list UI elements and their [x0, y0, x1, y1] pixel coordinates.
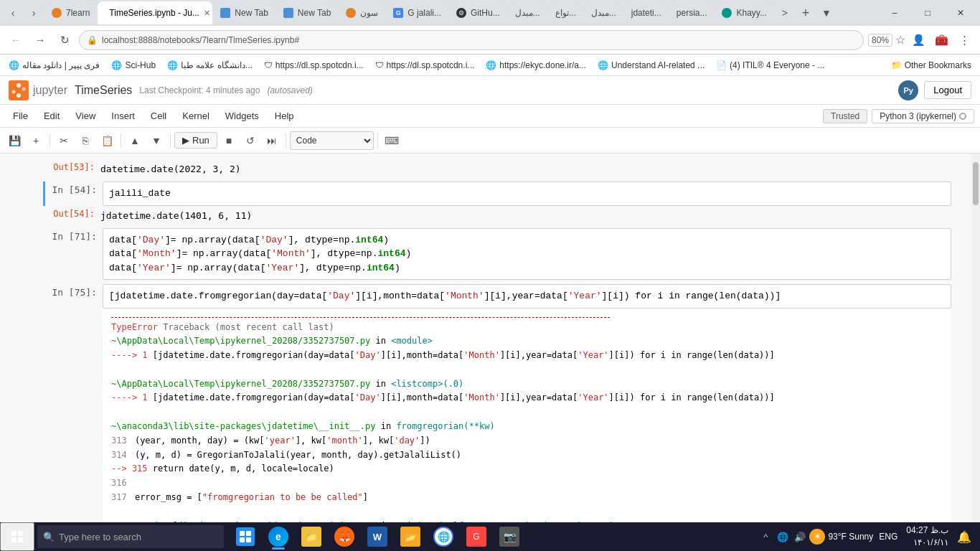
save-btn[interactable]: 💾	[4, 131, 24, 151]
bookmark-spotcdn2[interactable]: 🛡 https://dl.sp.spotcdn.i...	[372, 59, 478, 72]
cell-71-code[interactable]: data['Day']= np.array(data['Day'], dtype…	[103, 228, 951, 281]
taskbar-search-box[interactable]: 🔍 Type here to search	[37, 525, 224, 548]
menu-help[interactable]: Help	[268, 108, 301, 124]
win-minimize-btn[interactable]: –	[878, 0, 911, 26]
win-maximize-btn[interactable]: □	[911, 0, 944, 26]
copy-cell-btn[interactable]: ⎘	[75, 131, 95, 151]
cell-75[interactable]: In [75]: [jdatetime.date.fromgregorian(d…	[43, 284, 951, 529]
zoom-badge[interactable]: 80%	[868, 34, 892, 47]
bookmark-itil[interactable]: 📄 (4) ITIL® 4 Everyone - ...	[713, 59, 827, 72]
reload-btn[interactable]: ↻	[55, 30, 75, 50]
add-cell-btn[interactable]: +	[26, 131, 46, 151]
error-line-path1: ~\AppData\Local\Temp\ipykernel_20208/335…	[111, 334, 943, 349]
menu-cell[interactable]: Cell	[143, 108, 174, 124]
taskbar-app-taskview[interactable]	[230, 522, 261, 551]
cell-54-code[interactable]: jalili_date	[103, 182, 951, 206]
trusted-badge[interactable]: Trusted	[823, 109, 867, 123]
restart-run-btn[interactable]: ⏭	[262, 131, 282, 151]
taskbar-app-edge[interactable]: e	[263, 522, 294, 551]
bookmark-other[interactable]: 📁 Other Bookmarks	[888, 59, 974, 72]
tab-mabdal1[interactable]: مبدل...	[508, 1, 547, 24]
tab-newtab1[interactable]: New Tab	[213, 1, 275, 24]
cell-75-traceback: TypeError Traceback (most recent call la…	[103, 309, 951, 530]
paste-cell-btn[interactable]: 📋	[97, 131, 117, 151]
language-badge[interactable]: ENG	[876, 530, 900, 543]
tab-favicon-newtab2	[283, 8, 293, 18]
tab-persia[interactable]: persia...	[669, 1, 715, 24]
menu-view[interactable]: View	[68, 108, 103, 124]
tab-jalali[interactable]: G G jalali...	[386, 1, 448, 24]
win-close-btn[interactable]: ✕	[944, 0, 977, 26]
forward-btn[interactable]: →	[30, 30, 50, 50]
tab-github[interactable]: ⚙ GitHu...	[449, 1, 507, 24]
notebook-content[interactable]: Out[53]: datetime.date(2022, 3, 2) In [5…	[0, 154, 980, 529]
tab-back-btn[interactable]: ‹	[3, 3, 23, 23]
kernel-name: Python 3 (ipykernel)	[880, 111, 956, 121]
tab-7learn[interactable]: 7learn	[44, 1, 97, 24]
back-btn[interactable]: ←	[6, 30, 26, 50]
notification-btn[interactable]: 🔔	[954, 527, 974, 547]
clock-display[interactable]: 04:27 ب.ظ ۱۴۰۱/۶/۱۱	[903, 524, 951, 549]
run-btn[interactable]: ▶ Run	[174, 132, 217, 149]
taskbar-app-explorer[interactable]: 📁	[296, 522, 327, 551]
tab-newtab2[interactable]: New Tab	[276, 1, 338, 24]
bookmark-scihub[interactable]: 🌐 Sci-Hub	[108, 59, 159, 72]
move-down-btn[interactable]: ▼	[146, 131, 166, 151]
user-profile-btn[interactable]: 👤	[908, 30, 928, 50]
restart-btn[interactable]: ↺	[240, 131, 260, 151]
bookmark-spotcdn1[interactable]: 🛡 https://dl.sp.spotcdn.i...	[261, 59, 367, 72]
cell-type-select[interactable]: CodeMarkdownRaw NBConvertHeading	[290, 131, 374, 150]
menu-insert[interactable]: Insert	[104, 108, 142, 124]
notebook-scrollbar[interactable]	[971, 154, 980, 529]
extensions-btn[interactable]: 🧰	[931, 30, 951, 50]
interrupt-btn[interactable]: ■	[219, 131, 239, 151]
start-btn[interactable]	[0, 522, 34, 551]
taskbar-app-9[interactable]: 📷	[494, 522, 525, 551]
tabs-overflow-btn[interactable]: >	[775, 3, 795, 23]
keyboard-shortcuts-btn[interactable]: ⌨	[382, 131, 402, 151]
logout-btn[interactable]: Logout	[924, 81, 971, 99]
system-tray: ^ 🌐 🔊	[759, 530, 806, 543]
taskbar-app-firefox[interactable]: 🦊	[329, 522, 360, 551]
scrollbar-thumb[interactable]	[973, 162, 979, 205]
tab-timeseries[interactable]: TimeSeries.ipynb - Ju... ✕	[98, 1, 212, 24]
tab-jdatetime[interactable]: jdateti...	[624, 1, 669, 24]
new-tab-btn[interactable]: +	[796, 3, 816, 23]
cell-71[interactable]: In [71]: data['Day']= np.array(data['Day…	[43, 228, 951, 281]
tabs-list-btn[interactable]: ▼	[816, 3, 837, 23]
tab-savn[interactable]: سون	[339, 1, 385, 24]
bookmark-1-label: فری پیپر | دانلود مقاله	[22, 60, 100, 70]
menu-file[interactable]: File	[6, 108, 35, 124]
tab-tava[interactable]: تواع...	[548, 1, 583, 24]
move-up-btn[interactable]: ▲	[125, 131, 145, 151]
bookmark-1[interactable]: 🌐 فری پیپر | دانلود مقاله	[6, 59, 103, 72]
jupyter-logo-icon	[9, 80, 29, 100]
taskbar-app-chrome[interactable]: 🌐	[428, 522, 459, 551]
tab-mabdal2[interactable]: مبدل...	[584, 1, 623, 24]
file-explorer-icon: 📁	[301, 527, 321, 547]
menu-widgets[interactable]: Widgets	[218, 108, 266, 124]
cut-cell-btn[interactable]: ✂	[54, 131, 74, 151]
tray-overflow-icon[interactable]: ^	[759, 530, 772, 543]
url-bar[interactable]: 🔒 localhost:8888/notebooks/7learn/TimeSe…	[79, 30, 864, 50]
notebook-title[interactable]: TimeSeries	[75, 84, 132, 97]
tray-network-icon[interactable]: 🌐	[776, 530, 789, 543]
bookmark-ai[interactable]: 🌐 Understand AI-related ...	[595, 59, 707, 72]
taskbar-app-files[interactable]: 📂	[395, 522, 426, 551]
taskbar-app-word[interactable]: W	[362, 522, 393, 551]
menu-edit[interactable]: Edit	[37, 108, 67, 124]
taskbar-search-icon: 🔍	[43, 532, 55, 542]
weather-widget[interactable]: ☀ 93°F Sunny	[809, 529, 873, 545]
bookmark-ekyc[interactable]: 🌐 https://ekyc.done.ir/a...	[483, 59, 589, 72]
taskbar-app-8[interactable]: G	[461, 522, 492, 551]
bookmark-star-btn[interactable]: ☆	[895, 33, 905, 47]
cell-54[interactable]: In [54]: jalili_date	[43, 182, 951, 206]
tab-close-timeseries[interactable]: ✕	[204, 7, 210, 19]
browser-menu-btn[interactable]: ⋮	[954, 30, 974, 50]
bookmark-3[interactable]: 🌐 دانشگاه علامه طبا...	[164, 59, 255, 72]
tab-khayy[interactable]: Khayy...	[715, 1, 773, 24]
cell-75-code[interactable]: [jdatetime.date.fromgregorian(day=data['…	[103, 284, 951, 309]
tray-volume-icon[interactable]: 🔊	[793, 530, 806, 543]
tab-forward-btn[interactable]: ›	[24, 3, 44, 23]
menu-kernel[interactable]: Kernel	[175, 108, 217, 124]
